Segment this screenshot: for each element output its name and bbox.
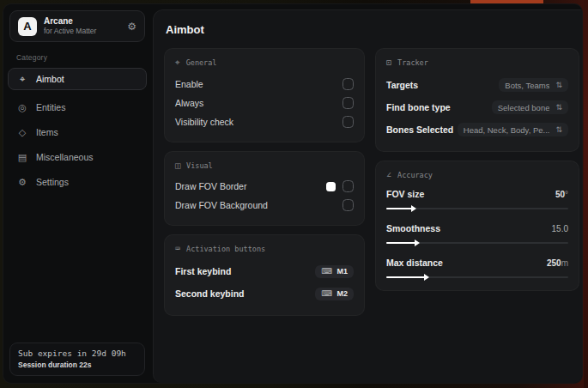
sidebar-item-label: Entities xyxy=(36,102,65,112)
game-background-edge xyxy=(584,0,588,388)
setting-label: Draw FOV Background xyxy=(175,200,268,210)
setting-label: FOV size xyxy=(386,189,424,199)
sidebar: A Arcane for Active Matter ⚙ Category ⌖ … xyxy=(3,4,151,383)
slider-thumb[interactable] xyxy=(424,274,429,281)
first-keybind-button[interactable]: ⌨ M1 xyxy=(315,265,354,278)
sidebar-item-items[interactable]: ◇ Items xyxy=(8,121,147,143)
target-box-icon: ⊡ xyxy=(386,58,391,67)
slider-thumb[interactable] xyxy=(411,205,416,212)
fov-size-slider-block: FOV size 50° xyxy=(386,186,568,209)
dropdown-value: Head, Neck, Body, Pe... xyxy=(464,125,550,135)
dropdown-value: Bots, Teams xyxy=(505,81,549,90)
slider-thumb[interactable] xyxy=(415,239,420,246)
setting-row-draw-fov-background: Draw FOV Background xyxy=(175,196,354,215)
main-panel: Aimbot ⌖ General Enable Always xyxy=(153,9,583,383)
sidebar-item-settings[interactable]: ⚙ Settings xyxy=(8,171,147,193)
draw-fov-border-checkbox[interactable] xyxy=(342,180,354,192)
max-distance-slider[interactable] xyxy=(386,276,568,278)
left-column: ⌖ General Enable Always Visibility check xyxy=(164,48,365,324)
slider-value: 250m xyxy=(547,258,568,268)
sidebar-nav: ⌖ Aimbot ◎ Entities ◇ Items ▤ Miscellane… xyxy=(8,68,147,193)
layout-icon: ▤ xyxy=(17,152,27,163)
setting-label: Second keybind xyxy=(175,288,245,299)
category-label: Category xyxy=(16,53,138,62)
always-checkbox[interactable] xyxy=(342,97,354,109)
fov-size-slider[interactable] xyxy=(386,208,568,209)
smoothness-slider[interactable] xyxy=(386,242,568,244)
card-title: Visual xyxy=(186,161,213,170)
app-logo: A xyxy=(18,17,37,36)
app-subtitle: for Active Matter xyxy=(44,27,96,36)
value-number: 250 xyxy=(547,258,561,268)
draw-fov-background-checkbox[interactable] xyxy=(342,199,354,211)
setting-label: Targets xyxy=(386,80,418,90)
subscription-info: Sub expires in 29d 09h Session duration … xyxy=(9,343,145,376)
setting-row-targets: Targets Bots, Teams ⇅ xyxy=(386,74,568,96)
setting-label: First keybind xyxy=(175,266,231,276)
row-controls xyxy=(326,180,354,192)
find-bone-type-dropdown[interactable]: Selected bone ⇅ xyxy=(492,100,568,114)
sidebar-item-label: Miscellaneous xyxy=(36,152,94,162)
card-title: Accuracy xyxy=(397,171,433,179)
setting-label: Always xyxy=(175,98,203,108)
right-column: ⊡ Tracker Targets Bots, Teams ⇅ Find bon… xyxy=(375,48,579,300)
keyboard-icon: ⌨ xyxy=(321,268,332,276)
dropdown-value: Selected bone xyxy=(498,103,550,112)
bones-selected-dropdown[interactable]: Head, Neck, Body, Pe... ⇅ xyxy=(458,123,568,136)
value-unit: m xyxy=(561,258,568,268)
slider-head: FOV size 50° xyxy=(386,186,568,202)
visual-card-header: ◫ Visual xyxy=(175,161,354,170)
setting-row-always: Always xyxy=(175,94,354,112)
cube-icon: ◇ xyxy=(17,127,27,138)
gear-icon[interactable]: ⚙ xyxy=(127,21,136,33)
page-title: Aimbot xyxy=(166,23,579,36)
sub-expires-text: Sub expires in 29d 09h xyxy=(18,349,136,358)
setting-label: Smoothness xyxy=(386,223,440,233)
keybind-value: M1 xyxy=(336,267,348,276)
visibility-check-checkbox[interactable] xyxy=(342,116,354,128)
value-number: 15.0 xyxy=(552,224,568,233)
card-title: Activation buttons xyxy=(186,245,265,253)
activation-buttons-card: ⌨ Activation buttons First keybind ⌨ M1 … xyxy=(164,234,365,316)
setting-label: Enable xyxy=(175,79,203,89)
max-distance-slider-block: Max distance 250m xyxy=(386,255,568,278)
accuracy-card-header: ∠ Accuracy xyxy=(386,170,568,179)
smoothness-slider-block: Smoothness 15.0 xyxy=(386,221,568,244)
select-arrows-icon: ⇅ xyxy=(555,81,562,89)
general-card: ⌖ General Enable Always Visibility check xyxy=(164,48,365,142)
sidebar-item-miscellaneous[interactable]: ▤ Miscellaneous xyxy=(8,146,147,168)
setting-row-find-bone-type: Find bone type Selected bone ⇅ xyxy=(386,96,568,118)
setting-row-visibility-check: Visibility check xyxy=(175,112,354,131)
session-duration-text: Session duration 22s xyxy=(18,361,136,369)
crosshair-icon: ⌖ xyxy=(175,58,180,68)
setting-label: Max distance xyxy=(386,258,443,268)
setting-row-enable: Enable xyxy=(175,75,354,94)
image-icon: ◫ xyxy=(175,161,180,170)
content-columns: ⌖ General Enable Always Visibility check xyxy=(164,48,579,324)
color-swatch[interactable] xyxy=(326,182,336,191)
activation-card-header: ⌨ Activation buttons xyxy=(175,244,354,253)
sidebar-item-label: Aimbot xyxy=(36,74,64,84)
angle-icon: ∠ xyxy=(386,170,391,179)
keyboard-icon: ⌨ xyxy=(175,244,180,253)
gear-icon: ⚙ xyxy=(17,177,27,188)
slider-value: 50° xyxy=(555,190,568,199)
sidebar-item-entities[interactable]: ◎ Entities xyxy=(8,96,147,118)
sidebar-item-aimbot[interactable]: ⌖ Aimbot xyxy=(8,68,147,90)
second-keybind-button[interactable]: ⌨ M2 xyxy=(315,288,354,300)
slider-head: Max distance 250m xyxy=(386,255,568,270)
keyboard-icon: ⌨ xyxy=(321,290,332,298)
app-title: Arcane xyxy=(44,16,96,27)
targets-dropdown[interactable]: Bots, Teams ⇅ xyxy=(499,78,568,92)
setting-label: Draw FOV Border xyxy=(175,181,246,191)
keybind-value: M2 xyxy=(336,289,348,298)
tracker-card: ⊡ Tracker Targets Bots, Teams ⇅ Find bon… xyxy=(375,48,579,152)
accuracy-card: ∠ Accuracy FOV size 50° xyxy=(375,161,579,291)
slider-head: Smoothness 15.0 xyxy=(386,221,568,236)
sidebar-item-label: Settings xyxy=(36,177,69,187)
enable-checkbox[interactable] xyxy=(342,78,354,90)
app-window: A Arcane for Active Matter ⚙ Category ⌖ … xyxy=(3,3,583,384)
visual-card: ◫ Visual Draw FOV Border Draw FOV Backgr… xyxy=(164,151,365,226)
sidebar-item-label: Items xyxy=(36,127,58,137)
setting-row-second-keybind: Second keybind ⌨ M2 xyxy=(175,282,354,305)
